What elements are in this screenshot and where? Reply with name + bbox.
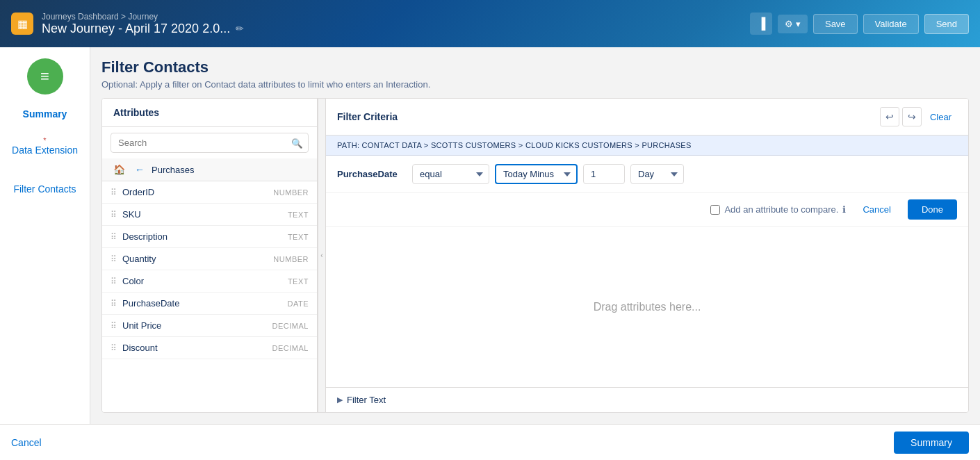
compare-attribute-label: Add an attribute to compare. ℹ [710, 204, 846, 215]
sidebar: ≡ Summary * Data Extension Filter Contac… [0, 47, 90, 424]
main-layout: ≡ Summary * Data Extension Filter Contac… [0, 47, 980, 424]
value-input[interactable] [583, 164, 625, 184]
filter-field-label: PurchaseDate [337, 169, 407, 179]
drag-handle-icon: ⠿ [111, 321, 117, 331]
compare-attribute-checkbox[interactable] [710, 205, 720, 215]
attribute-type: TEXT [288, 211, 309, 219]
compare-row: Add an attribute to compare. ℹ Cancel Do… [326, 193, 968, 226]
filter-header-actions: ↩ ↪ Clear [880, 107, 957, 126]
settings-button[interactable]: ⚙ ▾ [778, 15, 808, 33]
app-logo: ▦ [11, 13, 33, 35]
breadcrumb-area: Journeys Dashboard > Journey New Journey… [42, 12, 750, 36]
drag-handle-icon: ⠿ [111, 299, 117, 309]
page-title-nav: New Journey - April 17 2020 2.0... ✏ [42, 22, 750, 36]
search-icon-button[interactable]: 🔍 [291, 138, 303, 148]
home-button[interactable]: 🏠 [111, 163, 128, 176]
attributes-header: Attributes [102, 99, 317, 127]
search-input[interactable] [111, 133, 309, 153]
attribute-list-item[interactable]: ⠿ Description TEXT [102, 226, 317, 248]
attribute-name: PurchaseDate [122, 298, 179, 309]
attribute-list-item[interactable]: ⠿ SKU TEXT [102, 204, 317, 226]
clear-button[interactable]: Clear [924, 109, 957, 125]
filter-condition-row: PurchaseDate equal not equal is null is … [326, 156, 968, 193]
attribute-name: Description [122, 231, 168, 242]
edit-title-icon[interactable]: ✏ [236, 23, 244, 34]
sidebar-main-icon: ≡ [27, 58, 63, 95]
attribute-type: NUMBER [273, 255, 309, 263]
drag-handle-icon: ⠿ [111, 188, 117, 197]
bottom-bar: Cancel Summary [0, 424, 980, 460]
drag-handle-icon: ⠿ [111, 210, 117, 220]
attribute-list-item[interactable]: ⠿ Discount DECIMAL [102, 337, 317, 359]
filter-path-bar: PATH: CONTACT DATA > SCOTTS CUSTOMERS > … [326, 135, 968, 156]
sidebar-item-data-extension[interactable]: * Data Extension [0, 131, 90, 161]
attribute-list-item[interactable]: ⠿ PurchaseDate DATE [102, 293, 317, 315]
drag-drop-area: Drag attributes here... [326, 226, 968, 387]
attribute-type: DATE [287, 299, 309, 308]
attribute-list: ⠿ OrderID NUMBER ⠿ SKU TEXT ⠿ Descriptio… [102, 181, 317, 412]
save-button[interactable]: Save [813, 14, 858, 34]
sidebar-item-summary[interactable]: Summary [0, 103, 90, 125]
panels-container: Attributes 🔍 🏠 ← Purchases ⠿ OrderID [101, 98, 969, 413]
modifier-select[interactable]: Today Minus Today Plus Today Specific Da… [495, 164, 578, 184]
info-icon: ℹ [842, 204, 846, 215]
top-nav-actions: ▐ ⚙ ▾ Save Validate Send [750, 13, 969, 35]
filter-text-toggle[interactable]: ▶ Filter Text [326, 387, 968, 412]
drag-handle-icon: ⠿ [111, 254, 117, 264]
attribute-type: TEXT [288, 233, 309, 241]
current-folder-label: Purchases [152, 165, 194, 175]
cancel-bottom-button[interactable]: Cancel [11, 437, 42, 448]
attribute-name: OrderID [122, 187, 154, 197]
redo-button[interactable]: ↪ [902, 107, 922, 126]
attribute-name: Quantity [122, 254, 156, 264]
attribute-type: DECIMAL [272, 344, 309, 352]
drag-handle-icon: ⠿ [111, 343, 117, 353]
validate-button[interactable]: Validate [863, 14, 919, 34]
attribute-type: DECIMAL [272, 322, 309, 330]
send-button[interactable]: Send [924, 14, 969, 34]
attribute-list-item[interactable]: ⠿ Color TEXT [102, 270, 317, 293]
attribute-list-item[interactable]: ⠿ OrderID NUMBER [102, 181, 317, 204]
page-description: Optional: Apply a filter on Contact data… [101, 79, 969, 90]
attribute-name: SKU [122, 209, 141, 220]
list-icon: ≡ [40, 67, 49, 85]
summary-button[interactable]: Summary [894, 432, 969, 454]
logo-icon: ▦ [17, 17, 28, 31]
page-header: Filter Contacts Optional: Apply a filter… [101, 58, 969, 90]
attribute-name: Discount [122, 343, 158, 353]
drag-handle-icon: ⠿ [111, 232, 117, 242]
page-title: Filter Contacts [101, 58, 969, 76]
filter-criteria-header: Filter Criteria ↩ ↪ Clear [326, 99, 968, 135]
unit-select[interactable]: Day Week Month Year [630, 164, 684, 184]
sidebar-item-filter-contacts[interactable]: Filter Contacts [0, 178, 90, 200]
attribute-name: Unit Price [122, 320, 161, 331]
sidebar-toggle-button[interactable]: ▐ [750, 13, 772, 35]
toggle-arrow-icon: ▶ [337, 395, 343, 404]
attribute-type: TEXT [288, 277, 309, 286]
attributes-title: Attributes [113, 107, 306, 118]
breadcrumb: Journeys Dashboard > Journey [42, 12, 750, 22]
attribute-list-item[interactable]: ⠿ Quantity NUMBER [102, 248, 317, 270]
top-nav: ▦ Journeys Dashboard > Journey New Journ… [0, 0, 980, 47]
attribute-type: NUMBER [273, 188, 309, 197]
collapse-handle[interactable]: ‹ [318, 99, 326, 412]
content-area: Filter Contacts Optional: Apply a filter… [90, 47, 980, 424]
done-button[interactable]: Done [908, 199, 957, 220]
filter-criteria-panel: Filter Criteria ↩ ↪ Clear PATH: CONTACT … [326, 99, 968, 412]
cancel-filter-button[interactable]: Cancel [851, 199, 901, 220]
attribute-name: Color [122, 276, 144, 286]
back-button[interactable]: ← [132, 163, 147, 176]
operator-select[interactable]: equal not equal is null is not null grea… [412, 164, 489, 184]
drag-handle-icon: ⠿ [111, 277, 117, 286]
undo-button[interactable]: ↩ [880, 107, 899, 126]
attribute-nav-breadcrumb: 🏠 ← Purchases [102, 158, 317, 181]
attribute-list-item[interactable]: ⠿ Unit Price DECIMAL [102, 315, 317, 337]
search-box: 🔍 [111, 133, 309, 153]
filter-criteria-title: Filter Criteria [337, 111, 398, 122]
attributes-panel: Attributes 🔍 🏠 ← Purchases ⠿ OrderID [102, 99, 318, 412]
